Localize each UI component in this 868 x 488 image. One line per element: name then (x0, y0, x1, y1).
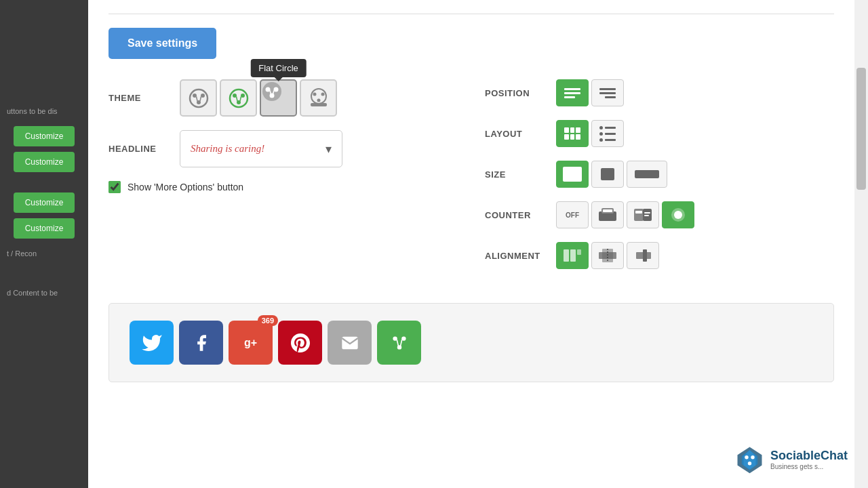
save-settings-button[interactable]: Save settings (108, 28, 216, 59)
theme-icon-4 (309, 88, 329, 108)
position-right-icon (599, 88, 616, 98)
headline-dropdown[interactable]: Sharing is caring! ▾ (180, 130, 342, 167)
more-options-row: Show 'More Options' button (108, 181, 458, 193)
size-buttons (556, 161, 667, 188)
size-row: SIZE (485, 161, 834, 188)
facebook-icon (192, 332, 211, 354)
svg-rect-29 (644, 212, 650, 214)
sidebar-customize-3[interactable]: Customize (14, 192, 75, 213)
layout-buttons (556, 120, 624, 147)
counter-off-label: OFF (566, 211, 579, 219)
alignment-label: ALIGNMENT (485, 251, 546, 261)
svg-point-22 (317, 98, 320, 102)
sidebar-customize-4[interactable]: Customize (14, 218, 75, 239)
position-left-btn[interactable] (556, 79, 589, 106)
googleplus-button[interactable]: g+ 369 (229, 321, 273, 365)
svg-point-48 (745, 455, 748, 459)
counter-style1-btn[interactable] (591, 201, 624, 228)
svg-point-6 (230, 89, 248, 107)
logo-name: SociableChat (770, 449, 848, 463)
twitter-button[interactable] (130, 321, 174, 365)
sidebar-text-3: d Content to be (0, 283, 88, 302)
sidebar-customize-2[interactable]: Customize (14, 152, 75, 172)
sidebar: uttons to be dis Customize Customize Cus… (0, 0, 88, 488)
sociablechat-logo-icon (734, 444, 765, 474)
counter-style3-icon (669, 207, 688, 222)
preview-area: g+ 369 (108, 303, 834, 382)
more-options-checkbox[interactable] (108, 181, 121, 193)
layout-grid-btn[interactable] (556, 120, 589, 147)
theme-btn-1[interactable] (180, 79, 217, 117)
size-large-btn[interactable] (556, 161, 589, 188)
counter-off-btn[interactable]: OFF (556, 201, 589, 228)
svg-point-32 (674, 211, 682, 219)
svg-rect-26 (634, 209, 644, 221)
svg-rect-19 (311, 103, 327, 106)
svg-rect-25 (603, 209, 612, 212)
facebook-button[interactable] (179, 321, 223, 365)
theme-btn-2[interactable] (220, 79, 257, 117)
theme-icon-2 (229, 88, 249, 108)
headline-label: HEADLINE (108, 144, 170, 154)
svg-line-44 (397, 340, 398, 346)
pinterest-button[interactable] (278, 321, 322, 365)
svg-rect-35 (577, 249, 581, 255)
layout-list-btn[interactable] (591, 120, 624, 147)
counter-style3-btn[interactable] (662, 201, 694, 228)
more-icon (389, 332, 410, 354)
sidebar-customize-1[interactable]: Customize (14, 126, 75, 146)
position-right-btn[interactable] (591, 79, 624, 106)
counter-row: COUNTER OFF (485, 201, 834, 228)
position-row: POSITION (485, 79, 834, 106)
position-buttons (556, 79, 624, 106)
svg-line-11 (240, 96, 241, 101)
alignment-right-btn[interactable] (627, 242, 659, 269)
svg-rect-34 (570, 249, 576, 262)
theme-btn-4[interactable] (300, 79, 337, 117)
logo-text-area: SociableChat Business gets s... (770, 449, 848, 470)
dropdown-arrow-icon: ▾ (326, 142, 332, 157)
layout-grid-icon (564, 127, 580, 140)
email-button[interactable] (328, 321, 372, 365)
position-left-icon (564, 88, 580, 98)
svg-rect-28 (635, 211, 642, 214)
svg-point-13 (266, 87, 271, 92)
pinterest-icon (291, 332, 310, 354)
counter-style2-icon (633, 207, 652, 222)
alignment-left-icon (563, 248, 582, 263)
counter-style1-icon (598, 207, 617, 222)
scrollbar-thumb[interactable] (856, 68, 866, 190)
size-small-btn[interactable] (627, 161, 667, 188)
counter-label: COUNTER (485, 210, 546, 220)
googleplus-badge: 369 (258, 315, 278, 326)
alignment-center-btn[interactable] (591, 242, 624, 269)
headline-row: HEADLINE Sharing is caring! ▾ (108, 130, 458, 167)
twitter-icon (141, 332, 163, 354)
svg-line-10 (236, 96, 237, 101)
alignment-row: ALIGNMENT (485, 242, 834, 269)
layout-list-icon (599, 126, 616, 142)
counter-style2-btn[interactable] (627, 201, 659, 228)
more-button[interactable] (377, 321, 421, 365)
svg-rect-40 (643, 249, 647, 262)
sidebar-text-2: t / Recon (0, 244, 88, 263)
svg-line-5 (200, 96, 201, 101)
more-options-label: Show 'More Options' button (127, 182, 243, 192)
theme-buttons: Flat Circle (180, 79, 337, 117)
svg-line-45 (400, 340, 401, 346)
svg-point-15 (270, 94, 275, 98)
svg-point-14 (274, 87, 279, 92)
left-panel: THEME (108, 79, 458, 283)
googleplus-label: g+ (244, 337, 257, 349)
headline-value: Sharing is caring! (191, 143, 264, 155)
right-panel: POSITION (485, 79, 834, 283)
flat-circle-tooltip: Flat Circle (250, 59, 307, 77)
alignment-left-btn[interactable] (556, 242, 589, 269)
sidebar-text-1: uttons to be dis (0, 102, 88, 121)
scrollbar[interactable] (854, 0, 868, 488)
svg-line-4 (196, 96, 197, 101)
theme-icon-1 (189, 88, 209, 108)
size-large-icon (563, 167, 582, 182)
size-medium-btn[interactable] (591, 161, 624, 188)
theme-btn-3[interactable]: Flat Circle (260, 79, 297, 117)
